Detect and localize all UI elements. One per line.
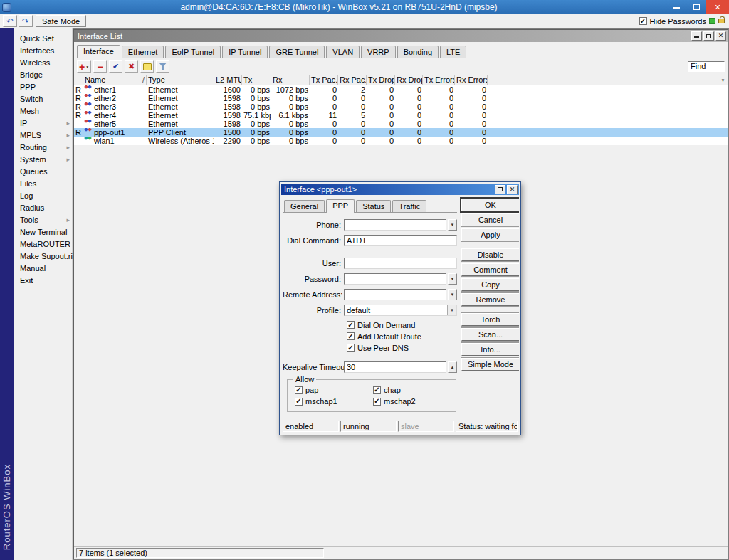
pap-checkbox[interactable]: ✓ [295, 386, 303, 394]
apply-button[interactable]: Apply [461, 228, 519, 241]
sidebar-item-queues[interactable]: Queues [14, 166, 72, 178]
phone-input[interactable] [344, 219, 446, 231]
sidebar-item-files[interactable]: Files [14, 178, 72, 190]
tab-eoip-tunnel[interactable]: EoIP Tunnel [165, 46, 221, 58]
sidebar-item-mesh[interactable]: Mesh [14, 105, 72, 117]
tab-bonding[interactable]: Bonding [397, 46, 439, 58]
tab-interface[interactable]: Interface [77, 45, 120, 58]
mschap1-checkbox[interactable]: ✓ [295, 398, 303, 406]
copy-button[interactable]: Copy [461, 278, 519, 291]
safe-mode-button[interactable]: Safe Mode [36, 15, 86, 27]
find-input[interactable]: Find [688, 61, 725, 72]
dialog-close-button[interactable]: ✕ [507, 185, 518, 194]
redo-button[interactable]: ↷ [19, 15, 33, 27]
mschap2-checkbox[interactable]: ✓ [373, 398, 381, 406]
dial-on-demand-option[interactable]: ✓ Dial On Demand [347, 319, 457, 330]
ok-button[interactable]: OK [461, 199, 519, 211]
header-rx-drops[interactable]: Rx Drops [395, 75, 423, 85]
sidebar-item-bridge[interactable]: Bridge [14, 69, 72, 81]
header-name[interactable]: Name/ [83, 75, 147, 85]
remove-button[interactable]: − [93, 60, 107, 73]
disable-button[interactable]: ✖ [125, 60, 138, 73]
sidebar-item-ppp[interactable]: PPP [14, 81, 72, 93]
dial-command-input[interactable]: ATDT [344, 235, 457, 246]
sidebar-item-tools[interactable]: Tools▸ [14, 214, 72, 226]
table-row-ether4[interactable]: R ether4 Ethernet 1598 75.1 kbps 6.1 kbp… [74, 111, 728, 120]
password-dropdown-button[interactable]: ▼ [448, 273, 457, 285]
sidebar-item-make-supout[interactable]: Make Supout.rif [14, 250, 72, 263]
table-row-ppp-out1[interactable]: R ppp-out1 PPP Client 1500 0 bps 0 bps 0… [74, 128, 728, 137]
header-rx-packet[interactable]: Rx Pac... [338, 75, 367, 85]
sidebar-item-interfaces[interactable]: Interfaces [14, 45, 72, 57]
simple-mode-button[interactable]: Simple Mode [461, 358, 519, 371]
add-default-route-option[interactable]: ✓ Add Default Route [347, 331, 457, 342]
sidebar-item-switch[interactable]: Switch [14, 93, 72, 105]
remove-button[interactable]: Remove [461, 293, 519, 306]
user-input[interactable] [344, 258, 457, 269]
header-flag[interactable] [74, 75, 83, 85]
header-l2mtu[interactable]: L2 MTU [214, 75, 242, 85]
sidebar-item-exit[interactable]: Exit [14, 275, 72, 287]
allow-chap-option[interactable]: ✓ chap [373, 386, 451, 394]
tab-traffic[interactable]: Traffic [392, 200, 426, 212]
sidebar-item-wireless[interactable]: Wireless [14, 57, 72, 69]
remote-address-dropdown-button[interactable]: ▼ [448, 289, 457, 300]
torch-button[interactable]: Torch [461, 313, 519, 326]
password-input[interactable] [344, 273, 446, 285]
undo-button[interactable]: ↶ [3, 15, 17, 27]
profile-select[interactable]: default ▼ [344, 305, 457, 316]
filter-button[interactable] [156, 60, 169, 73]
use-peer-dns-checkbox[interactable]: ✓ [347, 344, 355, 352]
tab-ethernet[interactable]: Ethernet [122, 46, 164, 58]
remote-address-input[interactable] [344, 289, 446, 300]
sidebar-item-metarouter[interactable]: MetaROUTER [14, 238, 72, 250]
scan-button[interactable]: Scan... [461, 328, 519, 341]
sidebar-item-manual[interactable]: Manual [14, 263, 72, 275]
dialog-maximize-button[interactable] [495, 185, 505, 194]
sidebar-item-mpls[interactable]: MPLS▸ [14, 130, 72, 142]
cancel-button[interactable]: Cancel [461, 213, 519, 226]
table-row-wlan1[interactable]: wlan1 Wireless (Atheros 11N) 2290 0 bps … [74, 137, 728, 145]
window-close-button[interactable]: ✕ [715, 31, 726, 41]
enable-button[interactable]: ✔ [109, 60, 122, 73]
comment-button[interactable]: Comment [461, 263, 519, 276]
info-button[interactable]: Info... [461, 343, 519, 356]
tab-status[interactable]: Status [356, 200, 391, 212]
phone-dropdown-button[interactable]: ▼ [448, 219, 457, 231]
header-tx-errors[interactable]: Tx Errors [423, 75, 455, 85]
tab-vlan[interactable]: VLAN [326, 46, 360, 58]
dial-on-demand-checkbox[interactable]: ✓ [347, 321, 355, 329]
maximize-button[interactable] [686, 0, 706, 14]
table-row-ether1[interactable]: R ether1 Ethernet 1600 0 bps 1072 bps 0 … [74, 85, 728, 94]
allow-pap-option[interactable]: ✓ pap [295, 386, 373, 394]
allow-mschap1-option[interactable]: ✓ mschap1 [295, 397, 373, 406]
close-button[interactable]: ✕ [706, 0, 729, 14]
window-minimize-button[interactable] [691, 31, 702, 41]
sidebar-item-new-terminal[interactable]: New Terminal [14, 226, 72, 238]
header-rx[interactable]: Rx [271, 75, 310, 85]
header-tx-packet[interactable]: Tx Pac... [310, 75, 338, 85]
table-row-ether5[interactable]: ether5 Ethernet 1598 0 bps 0 bps 0 0 0 0… [74, 120, 728, 128]
tab-lte[interactable]: LTE [440, 46, 466, 58]
sidebar-item-routing[interactable]: Routing▸ [14, 142, 72, 154]
keepalive-timeout-input[interactable]: 30 [344, 361, 446, 373]
add-default-route-checkbox[interactable]: ✓ [347, 332, 355, 340]
comment-button[interactable] [140, 60, 154, 73]
sidebar-item-quick-set[interactable]: Quick Set [14, 33, 72, 45]
sidebar-item-radius[interactable]: Radius [14, 202, 72, 214]
chap-checkbox[interactable]: ✓ [373, 386, 381, 394]
allow-mschap2-option[interactable]: ✓ mschap2 [373, 397, 451, 406]
table-row-ether3[interactable]: R ether3 Ethernet 1598 0 bps 0 bps 0 0 0… [74, 102, 728, 111]
tab-ip-tunnel[interactable]: IP Tunnel [222, 46, 268, 58]
tab-gre-tunnel[interactable]: GRE Tunnel [269, 46, 325, 58]
tab-vrrp[interactable]: VRRP [361, 46, 396, 58]
sidebar-item-ip[interactable]: IP▸ [14, 117, 72, 130]
sidebar-item-system[interactable]: System▸ [14, 154, 72, 166]
minimize-button[interactable] [666, 0, 686, 14]
table-row-ether2[interactable]: R ether2 Ethernet 1598 0 bps 0 bps 0 0 0… [74, 94, 728, 102]
disable-button[interactable]: Disable [461, 248, 519, 261]
keepalive-up-button[interactable]: ▲ [448, 361, 457, 373]
tab-ppp[interactable]: PPP [326, 199, 355, 213]
header-tx-drops[interactable]: Tx Drops [367, 75, 395, 85]
tab-general[interactable]: General [284, 200, 325, 212]
